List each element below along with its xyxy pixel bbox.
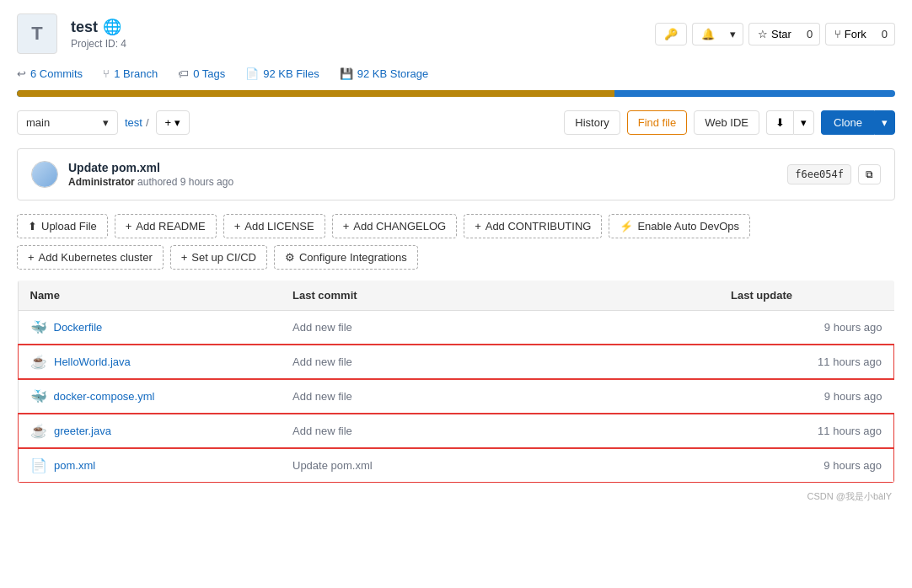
notification-caret[interactable]: ▾ [723,23,743,45]
last-update-cell: 9 hours ago [719,448,894,483]
commit-hash[interactable]: f6ee054f [787,164,851,184]
file-type-icon: 🐳 [30,319,47,335]
last-commit-cell: Add new file [281,379,719,414]
repo-toolbar: main ▾ test / + ▾ History Find file Web … [17,110,895,135]
storage-link[interactable]: 💾 92 KB Storage [340,67,429,80]
file-name-cell: ☕ greeter.java [18,414,281,448]
file-name-link[interactable]: 🐳 docker-compose.yml [30,388,270,404]
table-header-row: Name Last commit Last update [18,281,894,311]
toolbar-left: main ▾ test / + ▾ [17,110,190,135]
action-row-2: + Add Kubernetes cluster+ Set up CI/CD⚙ … [17,245,895,270]
download-caret-button[interactable]: ▾ [793,110,814,135]
path-root-link[interactable]: test [125,116,142,129]
watermark: CSDN @我是小bàlY [17,490,895,503]
header-actions: 🔑 🔔 ▾ ☆ Star 0 ⑂ Fork 0 [655,23,895,45]
tags-link[interactable]: 🏷 0 Tags [178,67,225,80]
last-update-cell: 9 hours ago [719,311,894,345]
stats-row: ↩ 6 Commits ⑂ 1 Branch 🏷 0 Tags 📄 92 KB … [17,67,895,80]
branch-caret-icon: ▾ [103,116,109,129]
download-group: ⬇ ▾ [766,110,814,135]
table-row: ☕ greeter.java Add new file 11 hours ago [18,414,894,448]
table-row: ☕ HelloWorld.java Add new file 11 hours … [18,345,894,379]
globe-icon: 🌐 [103,18,121,36]
add-file-button[interactable]: + ▾ [156,110,190,135]
commit-info-bar: Update pom.xml Administrator authored 9 … [17,148,895,200]
fork-button[interactable]: ⑂ Fork [825,23,875,45]
star-button[interactable]: ☆ Star [748,23,799,45]
file-name-link[interactable]: 📄 pom.xml [30,457,269,473]
col-header-update: Last update [719,281,894,311]
table-row: 🐳 Dockerfile Add new file 9 hours ago [18,311,894,345]
commit-author-info: Administrator authored 9 hours ago [68,176,233,188]
clone-button[interactable]: Clone [821,110,874,135]
action-buttons: ⬆ Upload File+ Add README+ Add LICENSE+ … [17,214,895,270]
file-type-icon: 🐳 [30,388,47,404]
branch-selector[interactable]: main ▾ [17,110,118,135]
download-button[interactable]: ⬇ [766,110,793,135]
progress-bar-fill [17,90,614,97]
file-type-icon: 📄 [30,457,47,473]
fork-count[interactable]: 0 [875,23,895,45]
file-name-cell: ☕ HelloWorld.java [18,345,281,379]
history-button[interactable]: History [564,110,620,135]
table-row: 📄 pom.xml Update pom.xml 9 hours ago [18,448,894,483]
file-name-cell: 📄 pom.xml [18,448,281,483]
commit-details: Update pom.xml Administrator authored 9 … [68,161,233,188]
web-ide-button[interactable]: Web IDE [694,110,759,135]
file-name-link[interactable]: ☕ HelloWorld.java [30,354,269,370]
notification-group: 🔔 ▾ [692,23,743,45]
notification-button[interactable]: 🔔 [692,23,723,45]
path-separator: / [146,116,149,129]
files-link[interactable]: 📄 92 KB Files [245,67,319,80]
col-header-commit: Last commit [281,281,719,311]
action-btn-enable-auto-devops[interactable]: ⚡ Enable Auto DevOps [609,214,750,238]
file-name-cell: 🐳 docker-compose.yml [18,379,281,414]
action-btn-add-contributing[interactable]: + Add CONTRIBUTING [464,214,602,238]
file-table: Name Last commit Last update 🐳 Dockerfil… [17,280,895,484]
last-commit-cell: Add new file [281,311,719,345]
project-id: Project ID: 4 [71,38,126,50]
last-update-cell: 11 hours ago [719,345,894,379]
commits-link[interactable]: ↩ 6 Commits [17,67,83,80]
last-update-cell: 9 hours ago [719,379,894,414]
action-btn-set-up-ci/cd[interactable]: + Set up CI/CD [170,245,267,270]
tags-icon: 🏷 [178,67,189,80]
commit-message[interactable]: Update pom.xml [68,161,233,174]
commit-right: f6ee054f ⧉ [787,164,881,184]
star-group: ☆ Star 0 [748,23,820,45]
storage-progress-bar [17,90,895,97]
star-count[interactable]: 0 [800,23,820,45]
file-name-link[interactable]: 🐳 Dockerfile [30,319,270,335]
clone-group: Clone ▾ [821,110,895,135]
file-name-cell: 🐳 Dockerfile [18,311,281,345]
find-file-button[interactable]: Find file [627,110,688,135]
project-name: test [71,19,98,36]
table-row: 🐳 docker-compose.yml Add new file 9 hour… [18,379,894,414]
clone-caret-button[interactable]: ▾ [874,110,895,135]
action-btn-add-kubernetes-cluster[interactable]: + Add Kubernetes cluster [17,245,164,270]
project-info: T test 🌐 Project ID: 4 [17,13,126,54]
commits-icon: ↩ [17,67,26,80]
file-type-icon: ☕ [30,354,47,370]
copy-icon: ⧉ [866,168,873,180]
add-caret-icon: ▾ [174,116,180,129]
storage-icon: 💾 [340,67,353,80]
file-type-icon: ☕ [30,423,47,439]
project-avatar: T [17,13,57,54]
branch-link[interactable]: ⑂ 1 Branch [103,67,158,80]
branch-icon: ⑂ [103,67,110,80]
action-btn-add-readme[interactable]: + Add README [115,214,217,238]
action-btn-upload-file[interactable]: ⬆ Upload File [17,214,108,238]
col-header-name: Name [18,281,281,311]
copy-hash-button[interactable]: ⧉ [858,164,881,184]
last-commit-cell: Update pom.xml [281,448,719,483]
last-update-cell: 11 hours ago [719,414,894,448]
project-title-block: test 🌐 Project ID: 4 [71,18,126,50]
action-btn-add-license[interactable]: + Add LICENSE [223,214,325,238]
key-button[interactable]: 🔑 [655,23,687,45]
files-icon: 📄 [245,67,259,80]
action-btn-configure-integrations[interactable]: ⚙ Configure Integrations [274,245,418,270]
file-name-link[interactable]: ☕ greeter.java [30,423,269,439]
download-icon: ⬇ [775,116,785,129]
action-btn-add-changelog[interactable]: + Add CHANGELOG [332,214,457,238]
